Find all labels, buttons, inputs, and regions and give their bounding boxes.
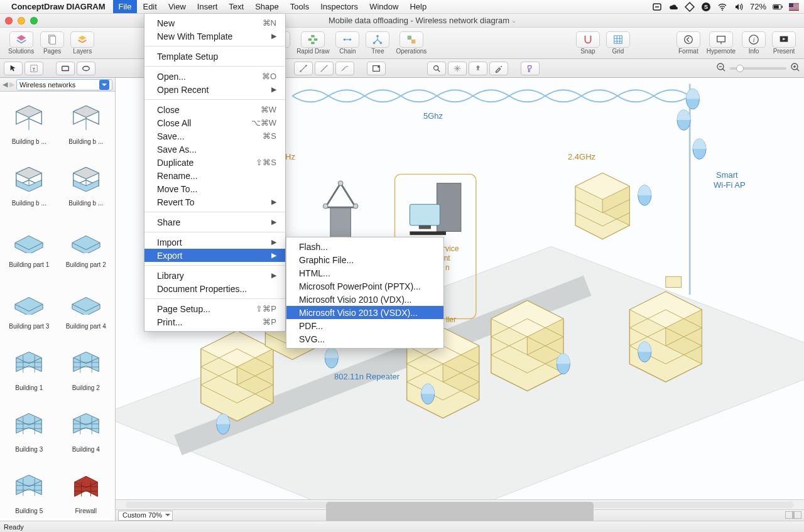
file-menu-move-to[interactable]: Move To... <box>144 182 285 195</box>
flag-us-icon[interactable] <box>789 2 799 12</box>
shape-building-b[interactable]: Building b ... <box>58 94 114 155</box>
connector1-button[interactable] <box>294 62 313 75</box>
wifi-icon[interactable] <box>717 2 727 12</box>
shape-building-1[interactable]: Building 1 <box>1 340 57 401</box>
menu-item-view[interactable]: View <box>163 0 192 13</box>
pages-control-icon[interactable] <box>785 511 801 520</box>
file-menu-share[interactable]: Share▶ <box>144 215 285 229</box>
app-name[interactable]: ConceptDraw DIAGRAM <box>11 2 106 11</box>
menu-item-shape[interactable]: Shape <box>249 0 285 13</box>
app-tray-icon[interactable] <box>652 2 662 12</box>
present-button[interactable] <box>772 31 796 48</box>
file-menu-save[interactable]: Save...⌘S <box>144 129 285 143</box>
export-graphic-file[interactable]: Graphic File... <box>286 253 443 266</box>
file-menu-open[interactable]: Open...⌘O <box>144 70 285 83</box>
connector2-button[interactable] <box>315 62 334 75</box>
file-menu-library[interactable]: Library▶ <box>144 269 285 282</box>
cloud-icon[interactable] <box>668 2 678 12</box>
file-menu-export[interactable]: Export▶ <box>144 249 285 262</box>
shape-building-part-3[interactable]: Building part 3 <box>1 279 57 339</box>
export-flash[interactable]: Flash... <box>286 240 443 253</box>
file-menu-document-properties[interactable]: Document Properties... <box>144 282 285 295</box>
window-minimize-button[interactable] <box>18 17 25 24</box>
file-menu-save-as[interactable]: Save As... <box>144 143 285 156</box>
export-microsoft-powerpoint-pptx[interactable]: Microsoft PowerPoint (PPTX)... <box>286 280 443 293</box>
tree-button[interactable] <box>366 31 389 48</box>
format-painter-button[interactable] <box>521 62 540 75</box>
layers-button[interactable] <box>70 31 94 48</box>
file-menu-open-recent[interactable]: Open Recent▶ <box>144 83 285 96</box>
file-menu-duplicate[interactable]: Duplicate⇧⌘S <box>144 156 285 169</box>
pushpin-button[interactable] <box>469 62 487 75</box>
window-zoom-button[interactable] <box>30 17 38 24</box>
file-menu-close[interactable]: Close⌘W <box>144 103 285 116</box>
menu-item-text[interactable]: Text <box>223 0 249 13</box>
shape-firewall[interactable]: Firewall <box>58 464 114 521</box>
pages-button[interactable] <box>40 31 64 48</box>
menu-item-tools[interactable]: Tools <box>285 0 315 13</box>
lib-back-button[interactable]: ◀ <box>3 80 8 89</box>
export-microsoft-visio-2010-vdx[interactable]: Microsoft Visio 2010 (VDX)... <box>286 293 443 306</box>
zoom-out-button[interactable] <box>716 62 726 74</box>
file-menu-new-with-template[interactable]: New With Template▶ <box>144 30 285 43</box>
window-close-button[interactable] <box>5 17 13 24</box>
title-chevron-icon[interactable]: ⌵ <box>512 17 516 24</box>
container-button[interactable] <box>367 62 386 75</box>
zoom-button[interactable] <box>427 62 446 75</box>
snap-button[interactable] <box>576 31 600 48</box>
skype-icon[interactable]: S <box>701 2 711 12</box>
shape-building-part-4[interactable]: Building part 4 <box>58 279 114 339</box>
file-menu-new[interactable]: New⌘N <box>144 16 285 30</box>
shape-building-b[interactable]: Building b ... <box>1 94 57 155</box>
format-button[interactable] <box>676 31 700 48</box>
volume-icon[interactable] <box>734 2 744 12</box>
lib-forward-button[interactable]: ▶ <box>9 80 14 89</box>
shape-building-5[interactable]: Building 5 <box>1 464 57 521</box>
text-tool-button[interactable]: T <box>24 62 43 75</box>
shape-building-b[interactable]: Building b ... <box>1 156 57 216</box>
diamond-icon[interactable] <box>685 2 695 12</box>
library-selector[interactable]: Wireless networks <box>16 79 112 90</box>
export-svg[interactable]: SVG... <box>286 332 443 345</box>
horizontal-scrollbar[interactable] <box>116 499 804 509</box>
file-menu-rename[interactable]: Rename... <box>144 169 285 182</box>
shape-building-b[interactable]: Building b ... <box>58 156 114 216</box>
rect-shape-button[interactable] <box>56 62 75 75</box>
export-pdf[interactable]: PDF... <box>286 319 443 332</box>
export-microsoft-visio-2013-vsdx[interactable]: Microsoft Visio 2013 (VSDX)... <box>286 306 443 319</box>
shape-building-part-1[interactable]: Building part 1 <box>1 217 57 278</box>
shape-building-2[interactable]: Building 2 <box>58 340 114 401</box>
shape-building-part-2[interactable]: Building part 2 <box>58 217 114 278</box>
file-menu-page-setup[interactable]: Page Setup...⇧⌘P <box>144 302 285 315</box>
eyedropper-button[interactable] <box>489 62 508 75</box>
file-menu-print[interactable]: Print...⌘P <box>144 315 285 328</box>
pan-button[interactable] <box>448 62 467 75</box>
grid-button[interactable] <box>606 31 630 48</box>
ops-button[interactable] <box>399 31 423 48</box>
chain-button[interactable] <box>335 31 359 48</box>
hyper-button[interactable] <box>709 31 733 48</box>
menu-item-window[interactable]: Window <box>364 0 404 13</box>
rapid-button[interactable] <box>301 31 325 48</box>
ellipse-shape-button[interactable] <box>77 62 95 75</box>
info-button[interactable]: i <box>742 31 766 48</box>
shape-building-3[interactable]: Building 3 <box>1 402 57 462</box>
export-html[interactable]: HTML... <box>286 266 443 280</box>
file-menu-close-all[interactable]: Close All⌥⌘W <box>144 116 285 129</box>
file-menu-import[interactable]: Import▶ <box>144 236 285 249</box>
menu-item-help[interactable]: Help <box>404 0 432 13</box>
pointer-tool-button[interactable] <box>4 62 23 75</box>
zoom-in-button[interactable] <box>790 62 800 74</box>
connector3-button[interactable] <box>335 62 354 75</box>
menu-item-file[interactable]: File <box>113 0 138 13</box>
menu-item-inspectors[interactable]: Inspectors <box>315 0 364 13</box>
zoom-slider[interactable] <box>730 67 786 70</box>
file-menu-template-setup[interactable]: Template Setup <box>144 50 285 63</box>
battery-icon[interactable] <box>773 2 783 12</box>
menu-item-edit[interactable]: Edit <box>137 0 162 13</box>
solutions-button[interactable] <box>9 31 33 48</box>
menu-item-insert[interactable]: Insert <box>192 0 224 13</box>
zoom-level-combo[interactable]: Custom 70% <box>118 511 173 521</box>
file-menu-revert-to[interactable]: Revert To▶ <box>144 195 285 209</box>
shape-building-4[interactable]: Building 4 <box>58 402 114 462</box>
